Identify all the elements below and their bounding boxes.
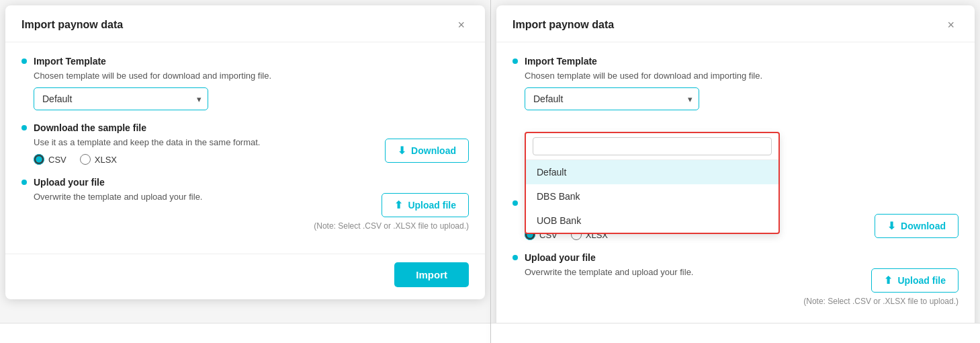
left-upload-left: Overwrite the template and upload your f… bbox=[21, 192, 382, 208]
left-modal-title: Import paynow data bbox=[21, 19, 123, 31]
right-import-template-title: Import Template bbox=[513, 56, 959, 67]
left-modal-footer: Import bbox=[5, 254, 485, 299]
left-upload-button[interactable]: ⬆ Upload file bbox=[382, 193, 469, 217]
right-upload-note: (Note: Select .CSV or .XLSX file to uplo… bbox=[513, 297, 959, 306]
left-upload-section: Upload your file Overwrite the template … bbox=[21, 177, 469, 231]
left-download-section: Download the sample file Use it as a tem… bbox=[21, 122, 469, 165]
right-template-dot bbox=[513, 59, 518, 64]
right-upload-button[interactable]: ⬆ Upload file bbox=[871, 268, 959, 293]
left-template-desc: Chosen template will be used for downloa… bbox=[21, 71, 469, 81]
left-upload-row: Overwrite the template and upload your f… bbox=[21, 192, 469, 217]
left-xlsx-radio-label[interactable]: XLSX bbox=[80, 154, 117, 165]
right-dropdown-search-wrapper bbox=[526, 133, 778, 160]
left-template-select[interactable]: Default DBS Bank UOB Bank bbox=[34, 87, 208, 110]
right-dropdown-search-input[interactable] bbox=[533, 137, 772, 155]
left-upload-dot bbox=[21, 180, 27, 185]
left-radio-group: CSV XLSX bbox=[21, 154, 385, 165]
left-download-left: Use it as a template and keep the data i… bbox=[21, 137, 385, 165]
left-download-desc: Use it as a template and keep the data i… bbox=[21, 137, 385, 147]
left-csv-radio-label[interactable]: CSV bbox=[34, 154, 66, 165]
left-csv-radio[interactable] bbox=[34, 154, 44, 165]
right-modal-header: Import paynow data × bbox=[496, 5, 975, 42]
left-bottom-bar bbox=[0, 323, 490, 343]
right-modal: Import paynow data × Import Template Cho… bbox=[496, 5, 975, 343]
left-upload-desc: Overwrite the template and upload your f… bbox=[21, 192, 382, 202]
right-bottom-bar bbox=[491, 323, 980, 343]
left-download-button[interactable]: ⬇ Download bbox=[385, 139, 469, 163]
right-template-select-wrapper: Default DBS Bank UOB Bank ▾ bbox=[525, 87, 699, 110]
left-modal-header: Import paynow data × bbox=[5, 5, 485, 42]
right-upload-left: Overwrite the template and upload your f… bbox=[513, 267, 871, 284]
right-panel: Import paynow data × Import Template Cho… bbox=[490, 0, 980, 343]
right-template-dropdown: Default DBS Bank UOB Bank bbox=[525, 132, 780, 234]
right-dropdown-item-uob[interactable]: UOB Bank bbox=[526, 208, 778, 233]
left-download-icon: ⬇ bbox=[398, 145, 406, 157]
left-upload-title: Upload your file bbox=[21, 177, 469, 188]
left-download-title: Download the sample file bbox=[21, 122, 469, 133]
right-download-dot bbox=[513, 200, 518, 206]
right-upload-title: Upload your file bbox=[513, 252, 959, 263]
left-download-dot bbox=[21, 125, 27, 130]
left-import-button[interactable]: Import bbox=[394, 262, 469, 287]
right-upload-desc: Overwrite the template and upload your f… bbox=[513, 267, 871, 277]
left-modal-body: Import Template Chosen template will be … bbox=[5, 42, 485, 254]
right-modal-title: Import paynow data bbox=[513, 19, 614, 31]
right-upload-section: Upload your file Overwrite the template … bbox=[513, 252, 959, 306]
right-download-icon: ⬇ bbox=[887, 220, 896, 232]
left-csv-label: CSV bbox=[48, 155, 66, 165]
left-upload-icon: ⬆ bbox=[394, 199, 403, 211]
left-modal: Import paynow data × Import Template Cho… bbox=[5, 5, 485, 299]
left-panel: Import paynow data × Import Template Cho… bbox=[0, 0, 490, 343]
right-template-select[interactable]: Default DBS Bank UOB Bank bbox=[525, 87, 699, 110]
left-modal-close-button[interactable]: × bbox=[453, 17, 469, 32]
right-modal-body: Import Template Chosen template will be … bbox=[496, 42, 975, 329]
left-xlsx-label: XLSX bbox=[95, 155, 117, 165]
left-import-template-title: Import Template bbox=[21, 56, 469, 67]
right-modal-close-button[interactable]: × bbox=[943, 17, 959, 32]
left-download-row: Use it as a template and keep the data i… bbox=[21, 137, 469, 165]
left-xlsx-radio[interactable] bbox=[80, 154, 91, 165]
right-template-desc: Chosen template will be used for downloa… bbox=[513, 71, 959, 81]
left-template-select-wrapper: Default DBS Bank UOB Bank ▾ bbox=[34, 87, 208, 110]
right-dropdown-item-default[interactable]: Default bbox=[526, 160, 778, 184]
right-dropdown-item-dbs[interactable]: DBS Bank bbox=[526, 184, 778, 208]
right-upload-icon: ⬆ bbox=[884, 274, 893, 287]
right-upload-dot bbox=[513, 255, 518, 260]
left-template-dot bbox=[21, 59, 27, 64]
right-import-template-section: Import Template Chosen template will be … bbox=[513, 56, 959, 110]
right-upload-row: Overwrite the template and upload your f… bbox=[513, 267, 959, 293]
right-download-button[interactable]: ⬇ Download bbox=[875, 214, 959, 238]
left-import-template-section: Import Template Chosen template will be … bbox=[21, 56, 469, 110]
left-upload-note: (Note: Select .CSV or .XLSX file to uplo… bbox=[21, 221, 469, 231]
